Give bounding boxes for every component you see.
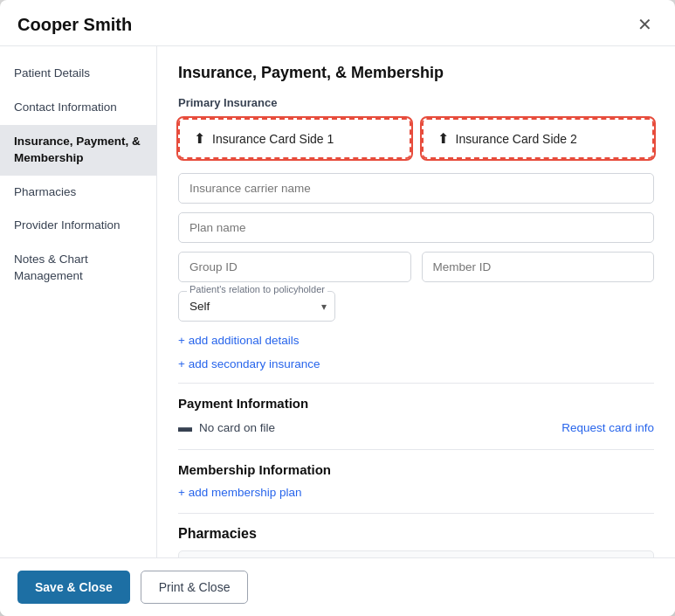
relation-select[interactable]: Self Spouse Child Other — [178, 291, 335, 322]
id-row — [178, 252, 654, 282]
sidebar-item-pharmacies[interactable]: Pharmacies — [0, 176, 156, 210]
divider-3 — [178, 513, 654, 514]
upload-icon-1: ⬆ — [194, 130, 205, 147]
modal-footer: Save & Close Print & Close — [0, 557, 675, 616]
group-id-input[interactable] — [178, 252, 411, 282]
print-close-button[interactable]: Print & Close — [141, 571, 249, 604]
payment-row: ▬ No card on file Request card info — [178, 419, 654, 435]
no-card-row: ▬ No card on file — [178, 419, 275, 435]
modal-header: Cooper Smith ✕ — [0, 0, 675, 46]
payment-section-title: Payment Information — [178, 396, 654, 411]
main-content: Insurance, Payment, & Membership Primary… — [157, 46, 675, 557]
insurance-card-side-1-label: Insurance Card Side 1 — [212, 132, 334, 146]
credit-card-icon: ▬ — [178, 419, 192, 435]
insurance-card-side-1-button[interactable]: ⬆ Insurance Card Side 1 — [178, 118, 411, 159]
insurance-card-row: ⬆ Insurance Card Side 1 ⬆ Insurance Card… — [178, 118, 654, 159]
insurance-card-side-2-label: Insurance Card Side 2 — [456, 132, 577, 146]
plan-name-input[interactable] — [178, 212, 654, 243]
add-membership-plan-link[interactable]: + add membership plan — [178, 486, 654, 499]
close-button[interactable]: ✕ — [632, 14, 658, 35]
modal: Cooper Smith ✕ Patient Details Contact I… — [0, 0, 675, 616]
add-secondary-insurance-link[interactable]: + add secondary insurance — [178, 357, 654, 370]
divider-1 — [178, 383, 654, 384]
sidebar-item-insurance-payment-membership[interactable]: Insurance, Payment, & Membership — [0, 125, 156, 176]
upload-icon-2: ⬆ — [437, 130, 449, 147]
sidebar-item-provider-information[interactable]: Provider Information — [0, 209, 156, 243]
divider-2 — [178, 449, 654, 450]
no-card-label: No card on file — [199, 421, 275, 434]
sidebar-item-contact-information[interactable]: Contact Information — [0, 91, 156, 125]
sidebar-item-patient-details[interactable]: Patient Details — [0, 57, 156, 91]
relation-label: Patient's relation to policyholder — [187, 284, 327, 294]
request-card-info-link[interactable]: Request card info — [561, 421, 654, 434]
modal-body: Patient Details Contact Information Insu… — [0, 46, 675, 557]
save-close-button[interactable]: Save & Close — [17, 571, 130, 604]
payment-section: Payment Information ▬ No card on file Re… — [178, 396, 654, 435]
primary-insurance-label: Primary Insurance — [178, 96, 654, 109]
page-title: Insurance, Payment, & Membership — [178, 64, 654, 82]
sidebar: Patient Details Contact Information Insu… — [0, 46, 157, 557]
pharmacies-title: Pharmacies — [178, 526, 654, 542]
membership-section-title: Membership Information — [178, 462, 654, 477]
pharmacies-placeholder — [178, 550, 654, 557]
sidebar-item-notes-chart-management[interactable]: Notes & Chart Management — [0, 243, 156, 294]
membership-section: Membership Information + add membership … — [178, 462, 654, 499]
relation-wrapper: Patient's relation to policyholder Self … — [178, 291, 335, 322]
insurance-card-side-2-button[interactable]: ⬆ Insurance Card Side 2 — [422, 118, 655, 159]
modal-title: Cooper Smith — [17, 15, 132, 35]
member-id-input[interactable] — [422, 252, 655, 282]
add-additional-details-link[interactable]: + add additional details — [178, 334, 654, 347]
insurance-carrier-input[interactable] — [178, 173, 654, 204]
